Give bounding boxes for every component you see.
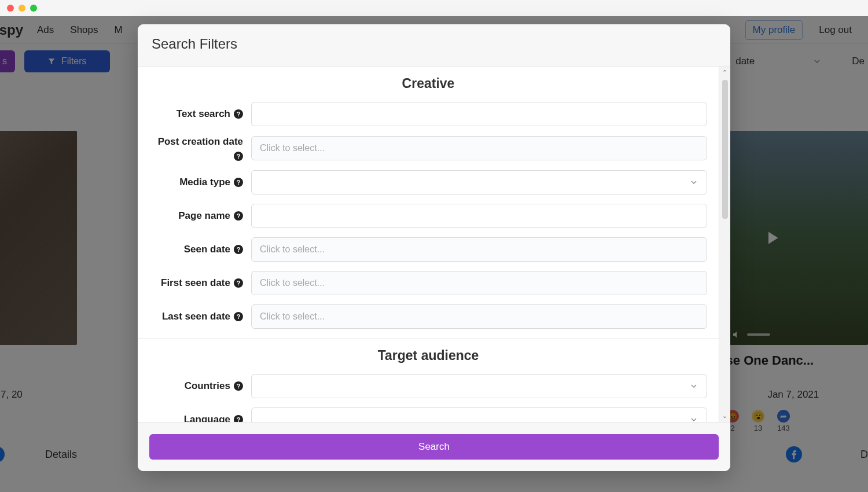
scroll-track[interactable] <box>722 80 728 409</box>
help-icon[interactable]: ? <box>234 152 243 161</box>
scroll-thumb[interactable] <box>722 80 728 219</box>
help-icon[interactable]: ? <box>234 178 243 187</box>
chevron-down-icon <box>689 381 698 391</box>
input-post-creation-date[interactable] <box>251 136 707 160</box>
select-media-type[interactable] <box>251 170 707 194</box>
label-first-seen-date: First seen date ? <box>149 277 251 289</box>
window-maximize-button[interactable] <box>30 5 37 12</box>
window-minimize-button[interactable] <box>19 5 25 12</box>
modal-body: Creative Text search ? Post creation dat… <box>138 67 719 422</box>
label-language: Language ? <box>149 413 251 422</box>
label-media-type: Media type ? <box>149 176 251 189</box>
input-page-name[interactable] <box>251 204 707 228</box>
modal-title: Search Filters <box>138 24 730 67</box>
section-audience-title: Target audience <box>138 339 719 374</box>
help-icon[interactable]: ? <box>234 415 243 422</box>
help-icon[interactable]: ? <box>234 278 243 288</box>
chevron-down-icon <box>689 178 698 187</box>
modal-scrollbar[interactable]: ⌃ ⌄ <box>719 67 730 422</box>
help-icon[interactable]: ? <box>234 245 243 254</box>
modal-overlay[interactable]: Search Filters Creative Text search ? Po… <box>0 16 868 492</box>
help-icon[interactable]: ? <box>234 109 243 119</box>
input-text-search[interactable] <box>251 102 707 126</box>
help-icon[interactable]: ? <box>234 381 243 391</box>
search-filters-modal: Search Filters Creative Text search ? Po… <box>138 24 730 471</box>
modal-footer: Search <box>138 422 730 471</box>
label-page-name: Page name ? <box>149 210 251 222</box>
section-creative-title: Creative <box>138 67 719 102</box>
scroll-up-arrow[interactable]: ⌃ <box>722 67 727 79</box>
label-post-creation-date: Post creation date ? <box>149 135 251 161</box>
help-icon[interactable]: ? <box>234 211 243 221</box>
label-last-seen-date: Last seen date ? <box>149 310 251 323</box>
label-seen-date: Seen date ? <box>149 243 251 256</box>
help-icon[interactable]: ? <box>234 312 243 321</box>
search-button[interactable]: Search <box>149 434 719 460</box>
select-language[interactable] <box>251 407 707 422</box>
window-chrome <box>0 0 868 16</box>
label-countries: Countries ? <box>149 380 251 392</box>
input-first-seen-date[interactable] <box>251 271 707 295</box>
input-last-seen-date[interactable] <box>251 304 707 329</box>
input-seen-date[interactable] <box>251 237 707 262</box>
window-close-button[interactable] <box>7 5 14 12</box>
select-countries[interactable] <box>251 374 707 398</box>
scroll-down-arrow[interactable]: ⌄ <box>722 410 727 422</box>
label-text-search: Text search ? <box>149 108 251 120</box>
chevron-down-icon <box>689 415 698 422</box>
